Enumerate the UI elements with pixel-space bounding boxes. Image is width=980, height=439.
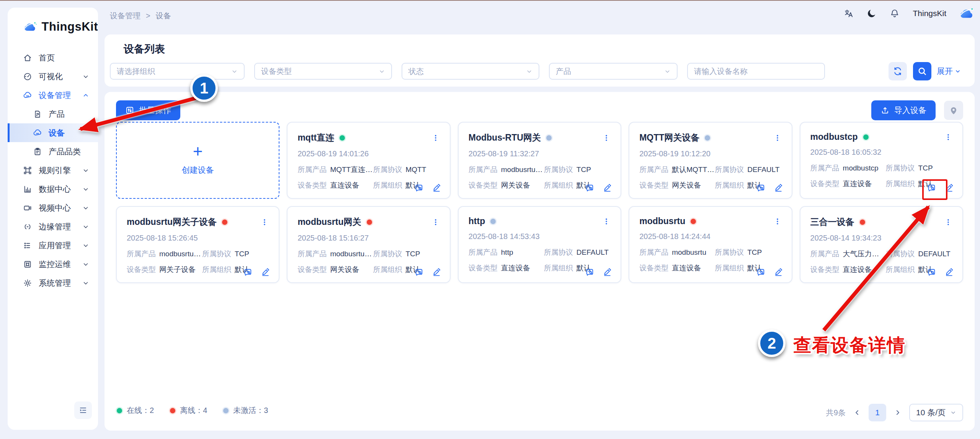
gauge-icon: [23, 72, 32, 81]
kebab-menu-icon[interactable]: [260, 218, 269, 226]
rule-engine-icon: [23, 166, 32, 175]
product-label: 所属产品: [469, 165, 498, 174]
map-view-button[interactable]: [944, 101, 963, 120]
sidebar-item-app-management[interactable]: 应用管理: [8, 236, 98, 255]
create-device-card[interactable]: + 创建设备: [116, 122, 279, 199]
batch-operation-icon: [125, 106, 134, 115]
device-card[interactable]: MQTT网关设备 2025-08-19 10:12:20 所属产品默认MQTT网…: [629, 122, 792, 199]
sidebar-item-device-management[interactable]: 设备管理: [8, 86, 98, 105]
product-select[interactable]: 产品: [549, 63, 678, 80]
device-type-select[interactable]: 设备类型: [254, 63, 392, 80]
next-page-icon[interactable]: [894, 409, 902, 416]
device-grid: + 创建设备 mqtt直连 2025-08-19 14:01:26 所属产品MQ…: [116, 122, 963, 283]
kebab-menu-icon[interactable]: [431, 218, 440, 226]
kebab-menu-icon[interactable]: [944, 218, 952, 226]
device-card[interactable]: modbusrtu网关 2025-08-18 15:16:27 所属产品modb…: [287, 206, 450, 283]
view-detail-icon[interactable]: [585, 267, 595, 277]
sidebar-item-label: 设备: [49, 128, 65, 138]
view-detail-icon[interactable]: [756, 267, 766, 277]
status-select[interactable]: 状态: [402, 63, 539, 80]
edit-pencil-icon[interactable]: [774, 183, 783, 193]
view-detail-icon[interactable]: [927, 183, 936, 193]
page-size-select[interactable]: 10 条/页: [909, 404, 963, 421]
import-device-button[interactable]: 导入设备: [871, 100, 936, 120]
view-detail-icon[interactable]: [927, 267, 936, 277]
view-detail-icon[interactable]: [414, 183, 424, 193]
device-grid-card: 批量操作 导入设备 + 创建设备 mqtt直连 2025-: [105, 92, 975, 431]
device-card[interactable]: modbustcp 2025-08-18 16:05:32 所属产品modbus…: [800, 122, 963, 199]
sidebar-item-label: 产品: [49, 109, 65, 120]
org-label: 所属组织: [886, 265, 915, 274]
kebab-menu-icon[interactable]: [944, 133, 952, 141]
sidebar-item-monitoring-ops[interactable]: 监控运维: [8, 255, 98, 274]
device-card[interactable]: http 2025-08-18 14:53:43 所属产品http 所属协议DE…: [458, 206, 621, 283]
sidebar-item-product-category[interactable]: 产品品类: [8, 142, 98, 161]
sidebar-item-edge-management[interactable]: 边缘管理: [8, 217, 98, 236]
device-card[interactable]: modbusrtu 2025-08-18 14:24:44 所属产品modbus…: [629, 206, 792, 283]
expand-filters-link[interactable]: 展开: [937, 66, 961, 77]
sidebar-item-rule-engine[interactable]: 规则引擎: [8, 161, 98, 180]
device-created-time: 2025-08-18 16:05:32: [810, 148, 952, 157]
product-value: modbusrtu: [672, 248, 706, 256]
kebab-menu-icon[interactable]: [431, 134, 440, 142]
device-card[interactable]: modbusrtu网关子设备 2025-08-18 15:26:45 所属产品m…: [116, 206, 279, 283]
sidebar-item-visualization[interactable]: 可视化: [8, 67, 98, 86]
view-detail-icon[interactable]: [585, 183, 595, 193]
breadcrumb-device[interactable]: 设备: [156, 11, 171, 21]
device-card[interactable]: Modbus-RTU网关 2025-08-19 11:32:27 所属产品mod…: [458, 122, 621, 199]
view-detail-icon[interactable]: [243, 267, 253, 277]
kebab-menu-icon[interactable]: [773, 217, 782, 226]
edit-pencil-icon[interactable]: [603, 267, 612, 277]
device-name-input[interactable]: 请输入设备名称: [687, 63, 825, 80]
protocol-value: TCP: [577, 165, 591, 174]
sidebar-item-video-center[interactable]: 视频中心: [8, 198, 98, 217]
edit-pencil-icon[interactable]: [432, 183, 441, 193]
language-translate-icon[interactable]: [844, 8, 854, 18]
page-number[interactable]: 1: [869, 404, 886, 421]
breadcrumb-device-management[interactable]: 设备管理: [110, 11, 140, 21]
edit-pencil-icon[interactable]: [261, 267, 270, 277]
device-type-value: 直连设备: [672, 264, 701, 272]
notification-bell-icon[interactable]: [890, 8, 900, 18]
device-card[interactable]: 三合一设备 2025-08-14 19:34:23 所属产品大气压力温湿度传..…: [800, 206, 963, 283]
product-value: http: [501, 248, 513, 256]
device-created-time: 2025-08-19 11:32:27: [469, 149, 611, 158]
org-label: 所属组织: [886, 180, 915, 188]
chevron-down-icon: [231, 68, 238, 75]
gear-icon: [23, 278, 32, 288]
edit-pencil-icon[interactable]: [603, 183, 612, 193]
sidebar-item-device[interactable]: 设备: [8, 123, 98, 142]
edit-pencil-icon[interactable]: [944, 183, 954, 193]
edit-pencil-icon[interactable]: [774, 267, 783, 277]
sidebar-item-home[interactable]: 首页: [8, 48, 98, 67]
product-label: 所属产品: [639, 165, 668, 174]
batch-operation-label: 批量操作: [139, 105, 171, 116]
device-card[interactable]: mqtt直连 2025-08-19 14:01:26 所属产品MQTT直连产品 …: [287, 122, 450, 199]
view-detail-icon[interactable]: [756, 183, 766, 193]
sidebar-collapse-button[interactable]: [74, 401, 92, 419]
device-type-label: 设备类型: [469, 181, 498, 189]
kebab-menu-icon[interactable]: [602, 134, 611, 142]
status-dot: [691, 219, 696, 224]
batch-operation-button[interactable]: 批量操作: [116, 100, 180, 120]
refresh-button[interactable]: [889, 62, 907, 80]
sidebar-item-system-management[interactable]: 系统管理: [8, 274, 98, 292]
sidebar-item-product[interactable]: 产品: [8, 105, 98, 123]
org-select[interactable]: 请选择组织: [110, 63, 245, 80]
prev-page-icon[interactable]: [853, 409, 861, 416]
edit-pencil-icon[interactable]: [432, 267, 441, 277]
dark-mode-moon-icon[interactable]: [867, 8, 877, 18]
kebab-menu-icon[interactable]: [602, 217, 611, 226]
status-dot: [860, 220, 865, 225]
sidebar-item-data-center[interactable]: 数据中心: [8, 180, 98, 198]
kebab-menu-icon[interactable]: [773, 134, 782, 142]
search-button[interactable]: [913, 62, 931, 80]
sidebar-item-label: 视频中心: [39, 203, 71, 213]
username[interactable]: ThingsKit: [913, 9, 946, 18]
protocol-label: 所属协议: [373, 250, 402, 258]
sidebar-item-label: 数据中心: [39, 184, 71, 195]
view-detail-icon[interactable]: [414, 267, 424, 277]
sidebar-item-label: 监控运维: [39, 259, 71, 270]
user-avatar[interactable]: [959, 8, 975, 19]
edit-pencil-icon[interactable]: [944, 267, 954, 277]
